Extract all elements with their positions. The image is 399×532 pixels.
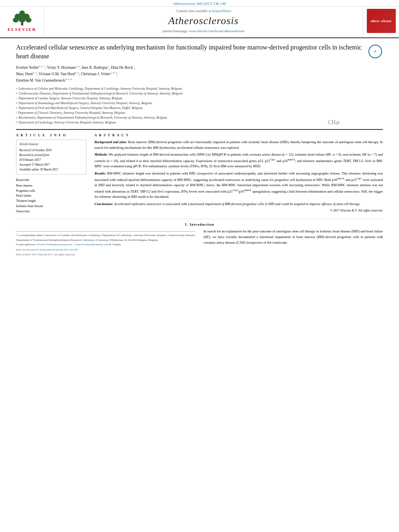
issn-notice: 0021-9150/© 2017 Elsevier B.V. All right…: [16, 253, 195, 257]
homepage-line: journal homepage: www.elsevier.com/locat…: [162, 29, 245, 33]
abstract-results: Results: BM-MNC telomere length was shor…: [95, 171, 383, 200]
abstract-methods: Methods: We analysed telomere length of …: [95, 152, 383, 169]
svg-point-5: [25, 18, 31, 23]
abstract-column: A B S T R A C T Background and aims: Bon…: [95, 133, 383, 214]
affil-e: Department of Oral and Maxillofacial Sur…: [19, 106, 142, 111]
keyword-heart-failure: Heart failure: [16, 193, 86, 199]
elsevier-brand: ELSEVIER: [8, 27, 37, 32]
abstract-header: A B S T R A C T: [95, 133, 383, 138]
copyright-notice: © 2017 Elsevier B.V. All rights reserved…: [95, 208, 383, 214]
keyword-progenitor-cells: Progenitor cells: [16, 189, 86, 194]
article-title-section: Accelerated cellular senescence as under…: [16, 43, 383, 61]
article-body: Accelerated cellular senescence as under…: [0, 38, 399, 265]
methods-label: Methods:: [95, 152, 108, 156]
svg-point-4: [19, 16, 26, 23]
intro-title: 1. Introduction: [16, 222, 383, 226]
keyword-ischemic: Ischemic heart disease: [16, 204, 86, 209]
keyword-senescence: Senescence: [16, 209, 86, 214]
introduction-section: 1. Introduction * Corresponding author. …: [16, 219, 383, 257]
affil-g: Biochemistry, Department of Translationa…: [19, 115, 167, 120]
article-title: Accelerated cellular senescence as under…: [16, 43, 364, 61]
sciencedirect-link[interactable]: ScienceDirect: [212, 9, 231, 13]
available-date: Available online 19 March 2017: [19, 167, 83, 172]
affil-f: Department of Clinical Chemistry, Antwer…: [18, 111, 125, 115]
article-info-abstract: A R T I C L E I N F O Article history: R…: [16, 129, 383, 214]
affil-h: Department of Cardiology, Antwerp Univer…: [19, 120, 116, 125]
affil-b: Cardiovascular Diseases, Department of T…: [19, 91, 183, 96]
keywords-title: Keywords:: [16, 178, 86, 183]
affil-d: Department of Stomatology and Maxillofac…: [19, 101, 152, 106]
affil-a: Laboratory of Cellular and Molecular Car…: [19, 86, 182, 91]
affiliations-block: aLaboratory of Cellular and Molecular Ca…: [16, 86, 383, 125]
intro-content: * Corresponding author. Laboratory of Ce…: [16, 229, 383, 257]
journal-header: Atherosclerosis 260 (2017) 138–146 ELSEV…: [0, 0, 399, 38]
journal-logo: athero- sclerosis: [363, 7, 399, 35]
journal-title-block: Contents lists available at ScienceDirec…: [44, 7, 363, 35]
contents-available-line: Contents lists available at ScienceDirec…: [176, 9, 231, 13]
svg-rect-6: [21, 23, 23, 25]
doi-link[interactable]: http://dx.doi.org/10.1016/j.atherosclero…: [16, 248, 195, 252]
received-date: Received 14 October 2016: [19, 148, 83, 153]
keyword-bone-marrow: Bone marrow: [16, 183, 86, 189]
keyword-telomere: Telomere length: [16, 199, 86, 204]
article-history-box: Article history: Received 14 October 201…: [16, 140, 86, 175]
article-info-header: A R T I C L E I N F O: [16, 133, 86, 138]
crossmark-icon: ✓: [368, 45, 382, 58]
elsevier-tree-icon: [10, 10, 34, 26]
intro-left-col: * Corresponding author. Laboratory of Ce…: [16, 229, 195, 257]
authors-line1: Evelien Nolleta, b, *, Vicky Y. Hoymansa…: [16, 64, 383, 71]
crossmark-badge[interactable]: ✓: [368, 45, 383, 59]
authors-line3: Emeline M. Van Craenenbroecka, b, h: [16, 77, 383, 84]
background-label: Background and aims:: [95, 140, 127, 144]
conclusions-label: Conclusions:: [95, 202, 113, 206]
elsevier-logo: ELSEVIER: [0, 7, 44, 35]
authors-block: Evelien Nolleta, b, *, Vicky Y. Hoymansa…: [16, 64, 383, 84]
journal-citation: Atherosclerosis 260 (2017) 138–146: [0, 0, 399, 6]
email2-link[interactable]: Nollet.Evelien@hotmail.com: [75, 243, 108, 246]
accepted-date: Accepted 17 March 2017: [19, 162, 83, 167]
results-label: Results:: [95, 171, 106, 175]
journal-logo-box: athero- sclerosis: [367, 9, 396, 33]
article-history-title: Article history:: [19, 142, 83, 147]
journal-name: Atherosclerosis: [169, 15, 239, 27]
revised-label: Received in revised form: [19, 153, 83, 158]
left-column: A R T I C L E I N F O Article history: R…: [16, 133, 86, 214]
footnotes-block: * Corresponding author. Laboratory of Ce…: [16, 231, 195, 257]
email-line: E-mail addresses: Evelien.Nollet@uantwer…: [16, 242, 195, 247]
affil-c: Department of Cardiac Surgery, Antwerp U…: [19, 96, 122, 101]
homepage-link[interactable]: www.elsevier.com/locate/atherosclerosis: [189, 29, 245, 33]
footnote-star: * Corresponding author. Laboratory of Ce…: [16, 233, 195, 242]
keywords-section: Keywords: Bone marrow Progenitor cells H…: [16, 178, 86, 214]
intro-right-col: In search for an explanation for the poo…: [204, 229, 383, 257]
abstract-conclusions: Conclusions: Accelerated replicative sen…: [95, 201, 383, 207]
abstract-background: Background and aims: Bone marrow (BM)-de…: [95, 140, 383, 150]
svg-point-3: [12, 18, 18, 23]
revised-date: 20 February 2017: [19, 158, 83, 162]
authors-line2: Marc Domd, e, Viviane O.M. Van Hooff, g,…: [16, 71, 383, 77]
email1-link[interactable]: Evelien.Nollet@uantwerpen.be: [37, 243, 72, 246]
abstract-text: Background and aims: Bone marrow (BM)-de…: [95, 140, 383, 214]
